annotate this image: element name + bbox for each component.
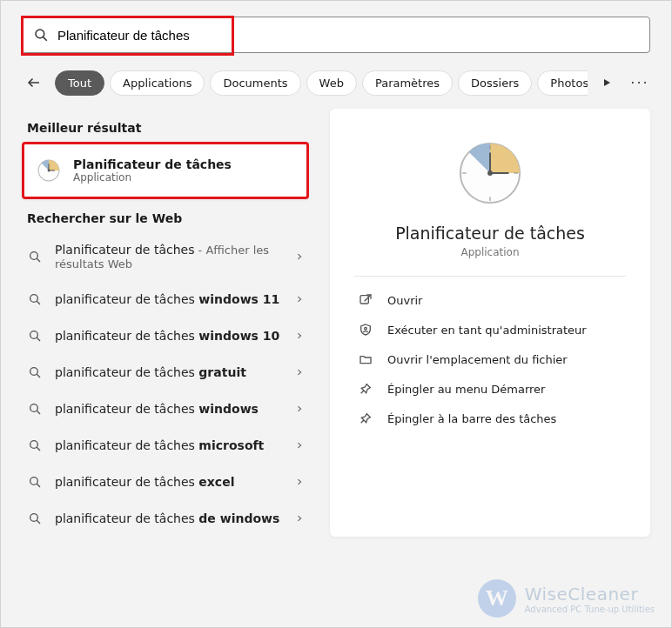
web-results-heading: Rechercher sur le Web [27,211,309,225]
chevron-right-icon [295,404,304,413]
search-icon [27,291,43,307]
svg-line-21 [37,484,40,487]
svg-line-17 [37,411,40,414]
filter-row: ToutApplicationsDocumentsWebParamètresDo… [1,62,671,109]
search-icon [27,249,43,264]
divider [354,276,626,277]
filter-pill-dossiers[interactable]: Dossiers [458,70,532,96]
web-result-item[interactable]: Planificateur de tâches - Afficher les r… [22,232,309,281]
search-input[interactable] [57,28,639,43]
svg-line-1 [44,37,47,41]
more-options-button[interactable]: ··· [626,69,654,97]
svg-line-9 [37,258,40,262]
web-result-item[interactable]: planificateur de tâches gratuit [22,354,309,391]
svg-line-35 [361,420,364,423]
action-label: Épingler à la barre des tâches [387,412,556,425]
svg-line-13 [37,337,40,341]
watermark-tagline: Advanced PC Tune-up Utilities [525,605,655,614]
search-icon [33,27,49,43]
scroll-right-button[interactable] [593,69,621,97]
svg-point-22 [30,514,38,522]
action-label: Exécuter en tant qu'administrateur [387,324,587,337]
filter-pill-tout[interactable]: Tout [55,70,104,96]
filter-pill-photos[interactable]: Photos [537,70,588,96]
svg-rect-32 [360,296,368,304]
search-icon [27,474,43,490]
search-icon [27,511,43,526]
preview-pane: Planificateur de tâches Application Ouvr… [330,109,650,537]
best-result-subtitle: Application [73,171,232,184]
preview-action-open[interactable]: Ouvrir [354,285,626,315]
web-result-text: planificateur de tâches de windows [55,511,279,525]
pin-icon [358,411,373,426]
action-label: Ouvrir [387,294,422,307]
web-result-item[interactable]: planificateur de tâches windows [22,391,309,427]
svg-point-12 [30,331,38,339]
svg-point-10 [30,295,38,303]
web-result-item[interactable]: planificateur de tâches windows 10 [22,317,309,354]
watermark: W WiseCleaner Advanced PC Tune-up Utilit… [478,579,655,618]
web-result-text: planificateur de tâches windows 10 [55,329,279,343]
web-result-item[interactable]: planificateur de tâches microsoft [22,427,309,464]
svg-point-33 [365,327,367,330]
web-result-item[interactable]: planificateur de tâches windows 11 [22,281,309,317]
chevron-right-icon [295,331,304,340]
preview-title: Planificateur de tâches [354,224,626,243]
web-result-text: planificateur de tâches excel [55,475,234,489]
web-result-text: Planificateur de tâches - Afficher les r… [55,243,269,271]
svg-point-16 [30,404,38,412]
search-bar[interactable] [22,17,650,53]
svg-point-0 [36,30,44,38]
preview-action-pin[interactable]: Épingler à la barre des tâches [354,404,626,433]
back-button[interactable] [18,67,50,98]
best-result-heading: Meilleur résultat [27,121,309,135]
chevron-right-icon [295,252,304,261]
preview-action-admin[interactable]: Exécuter en tant qu'administrateur [354,315,626,344]
best-result-item[interactable]: Planificateur de tâches Application [22,142,309,199]
chevron-right-icon [295,295,304,304]
preview-action-pin[interactable]: Épingler au menu Démarrer [354,374,626,404]
pin-icon [358,381,373,397]
filter-pill-documents[interactable]: Documents [210,70,300,96]
best-result-title: Planificateur de tâches [73,157,232,171]
search-icon [27,328,43,344]
folder-icon [358,351,373,367]
chevron-right-icon [295,368,304,377]
search-icon [27,364,43,380]
action-label: Ouvrir l'emplacement du fichier [387,353,568,366]
preview-subtitle: Application [354,246,626,258]
svg-line-19 [37,447,40,451]
watermark-logo: W [478,579,516,618]
svg-point-18 [30,441,38,449]
task-scheduler-icon [35,157,63,184]
search-icon [27,438,43,453]
preview-action-folder[interactable]: Ouvrir l'emplacement du fichier [354,344,626,374]
svg-line-15 [37,374,40,377]
filter-pill-web[interactable]: Web [306,70,357,96]
chevron-right-icon [295,478,304,486]
open-icon [358,292,373,308]
chevron-right-icon [295,514,304,523]
svg-line-11 [37,301,40,304]
filter-pill-paramètres[interactable]: Paramètres [362,70,453,96]
web-result-item[interactable]: planificateur de tâches excel [22,464,309,500]
preview-app-icon [455,138,525,208]
filter-pill-applications[interactable]: Applications [110,70,205,96]
watermark-brand: WiseCleaner [525,584,655,605]
web-result-item[interactable]: planificateur de tâches de windows [22,500,309,537]
web-result-text: planificateur de tâches windows 11 [55,292,279,306]
web-result-text: planificateur de tâches microsoft [55,438,264,452]
svg-line-23 [37,520,40,524]
svg-marker-3 [604,79,610,86]
svg-point-20 [30,478,38,485]
search-icon [27,401,43,417]
admin-icon [358,322,373,337]
action-label: Épingler au menu Démarrer [387,383,545,396]
web-result-text: planificateur de tâches gratuit [55,365,246,379]
svg-line-34 [361,391,364,393]
svg-point-14 [30,368,38,376]
chevron-right-icon [295,441,304,450]
svg-point-8 [30,252,38,260]
web-result-text: planificateur de tâches windows [55,402,259,416]
